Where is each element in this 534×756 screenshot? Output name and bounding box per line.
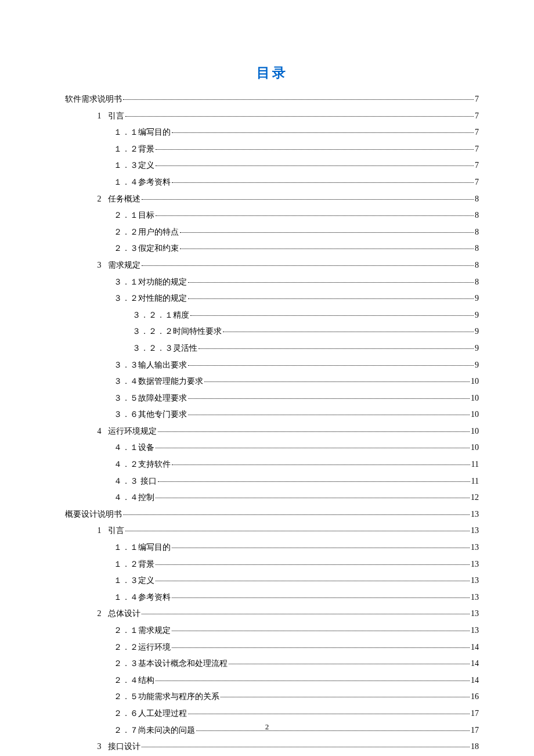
toc-label: 3 接口设计 (93, 741, 140, 753)
toc-label-text: ３．５故障处理要求 (114, 394, 187, 402)
toc-page: 14 (471, 675, 479, 686)
toc-entry[interactable]: ３．４数据管理能力要求10 (65, 376, 479, 387)
toc-entry[interactable]: ４．２支持软件11 (65, 459, 479, 470)
toc-label: ４．３ 接口 (114, 476, 157, 487)
toc-entry[interactable]: 2 总体设计13 (65, 608, 479, 620)
toc-entry[interactable]: ４．３ 接口11 (65, 476, 479, 487)
toc-label-text: １．２背景 (114, 560, 154, 568)
toc-leader-dots (172, 132, 474, 133)
toc-page: 13 (471, 509, 479, 520)
toc-entry[interactable]: 1 引言7 (65, 110, 479, 122)
toc-leader-dots (123, 99, 474, 100)
toc-entry[interactable]: １．２背景7 (65, 143, 479, 155)
toc-entry[interactable]: １．３定义13 (65, 575, 479, 586)
toc-leader-dots (221, 697, 470, 697)
toc-entry[interactable]: １．２背景13 (65, 559, 479, 570)
toc-label-text: ３．４数据管理能力要求 (114, 377, 203, 386)
toc-entry[interactable]: 概要设计说明书13 (65, 509, 479, 520)
toc-page: 7 (475, 93, 479, 105)
toc-leader-dots (156, 149, 474, 150)
table-of-contents: 软件需求说明书71 引言7１．１编写目的7１．２背景7１．３定义7１．４参考资料… (65, 93, 479, 756)
toc-leader-dots (156, 498, 470, 498)
toc-entry[interactable]: １．３定义7 (65, 160, 479, 171)
toc-leader-dots (123, 514, 470, 515)
toc-leader-dots (156, 564, 470, 565)
toc-entry[interactable]: ２．２用户的特点8 (65, 226, 479, 238)
toc-entry[interactable]: ３．５故障处理要求10 (65, 393, 479, 404)
toc-number: 3 (93, 741, 106, 753)
toc-entry[interactable]: 2 任务概述8 (65, 193, 479, 205)
toc-entry[interactable]: ３．６其他专门要求10 (65, 409, 479, 420)
toc-leader-dots (158, 481, 470, 482)
toc-leader-dots (188, 282, 474, 283)
toc-label: ４．２支持软件 (114, 459, 171, 470)
toc-label: 3 需求规定 (93, 260, 140, 271)
toc-label: １．３定义 (114, 575, 154, 586)
toc-page: 9 (475, 326, 479, 337)
toc-label: 4 运行环境规定 (93, 426, 157, 437)
toc-entry[interactable]: ３．２．２时间特性要求9 (65, 326, 479, 337)
toc-label: ２．５功能需求与程序的关系 (114, 691, 219, 703)
toc-label-text: １．４参考资料 (114, 178, 171, 186)
toc-leader-dots (199, 348, 474, 349)
toc-page: 13 (471, 608, 479, 620)
toc-entry[interactable]: ２．３基本设计概念和处理流程14 (65, 658, 479, 669)
toc-label: ３．２．１精度 (132, 309, 189, 321)
toc-entry[interactable]: ２．１目标8 (65, 210, 479, 221)
toc-page: 9 (475, 309, 479, 321)
toc-page: 11 (471, 476, 479, 487)
toc-label-text: ２．４结构 (114, 676, 154, 685)
toc-label-text: １．１编写目的 (114, 128, 171, 136)
toc-title: 目录 (65, 64, 479, 82)
toc-entry[interactable]: ３．２对性能的规定9 (65, 293, 479, 304)
toc-entry[interactable]: ４．１设备10 (65, 442, 479, 453)
toc-label: １．２背景 (114, 559, 154, 570)
toc-label: ２．６人工处理过程 (114, 708, 187, 719)
toc-page: 10 (471, 442, 479, 453)
toc-entry[interactable]: ２．１需求规定13 (65, 625, 479, 636)
toc-leader-dots (204, 381, 470, 382)
toc-label: １．３定义 (114, 160, 154, 171)
toc-entry[interactable]: 1 引言13 (65, 525, 479, 537)
toc-page: 16 (471, 691, 479, 703)
toc-leader-dots (188, 365, 474, 366)
toc-entry[interactable]: ２．３假定和约束8 (65, 243, 479, 254)
toc-label: １．２背景 (114, 143, 154, 155)
toc-entry[interactable]: 4 运行环境规定10 (65, 426, 479, 437)
toc-entry[interactable]: １．４参考资料7 (65, 177, 479, 188)
toc-label: ３．５故障处理要求 (114, 393, 187, 404)
toc-leader-dots (188, 298, 474, 299)
toc-page: 9 (475, 293, 479, 304)
toc-entry[interactable]: ２．４结构14 (65, 675, 479, 686)
toc-leader-dots (172, 182, 474, 183)
toc-entry[interactable]: ３．３输人输出要求9 (65, 359, 479, 371)
toc-label: １．１编写目的 (114, 127, 171, 138)
toc-label-text: ３．２．１精度 (132, 311, 189, 319)
toc-entry[interactable]: １．１编写目的7 (65, 127, 479, 138)
toc-entry[interactable]: ２．２运行环境14 (65, 642, 479, 653)
toc-entry[interactable]: ３．２．３灵活性9 (65, 343, 479, 354)
toc-leader-dots (142, 614, 470, 614)
toc-entry[interactable]: １．１编写目的13 (65, 542, 479, 553)
toc-entry[interactable]: ３．１对功能的规定8 (65, 276, 479, 288)
toc-entry[interactable]: ４．４控制12 (65, 492, 479, 503)
toc-entry[interactable]: 软件需求说明书7 (65, 93, 479, 105)
toc-label: ２．３假定和约束 (114, 243, 179, 254)
toc-entry[interactable]: １．４参考资料13 (65, 592, 479, 603)
toc-page: 8 (475, 243, 479, 254)
toc-page: 9 (475, 359, 479, 371)
toc-entry[interactable]: ２．５功能需求与程序的关系16 (65, 691, 479, 703)
toc-leader-dots (190, 315, 474, 316)
toc-entry[interactable]: ３．２．１精度9 (65, 309, 479, 321)
toc-page: 9 (475, 343, 479, 354)
toc-entry[interactable]: ２．６人工处理过程17 (65, 708, 479, 719)
toc-entry[interactable]: 3 接口设计18 (65, 741, 479, 753)
toc-page: 13 (471, 592, 479, 603)
toc-label: ３．２．２时间特性要求 (132, 326, 222, 337)
toc-label-text: ４．３ 接口 (114, 477, 157, 485)
toc-label-text: ３．２．２时间特性要求 (132, 327, 222, 336)
toc-entry[interactable]: 3 需求规定8 (65, 260, 479, 271)
toc-page: 13 (471, 625, 479, 636)
toc-label-text: 软件需求说明书 (65, 95, 122, 103)
toc-page: 18 (471, 741, 479, 753)
